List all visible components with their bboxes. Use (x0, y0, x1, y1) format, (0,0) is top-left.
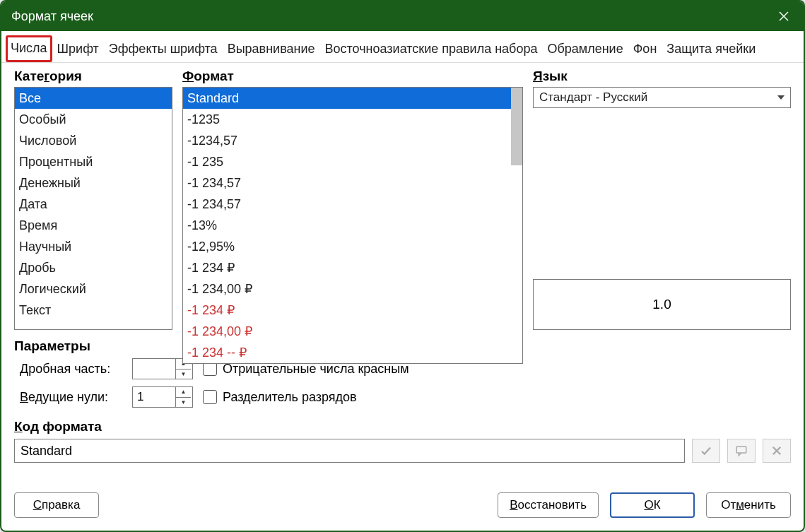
format-list[interactable]: Standard-1235-1234,57-1 235-1 234,57-1 2… (182, 87, 523, 364)
svg-rect-2 (736, 447, 746, 453)
negative-red-checkbox[interactable] (203, 362, 217, 376)
format-label: Формат (182, 69, 523, 84)
ok-button[interactable]: ОК (610, 492, 695, 518)
format-item[interactable]: -1 234 ₽ (183, 257, 522, 278)
help-button[interactable]: Справка (14, 492, 99, 518)
tab-bar: ЧислаШрифтЭффекты шрифтаВыравниваниеВост… (1, 31, 804, 63)
spinner-up-icon[interactable]: ▲ (176, 387, 191, 398)
chevron-down-icon (777, 95, 785, 100)
delete-format-button[interactable] (763, 439, 791, 463)
decimal-input[interactable] (133, 359, 175, 379)
format-code-input[interactable] (14, 439, 685, 463)
format-item[interactable]: -1 234,57 (183, 172, 522, 194)
language-label: Язык (533, 69, 791, 84)
format-item[interactable]: Standard (183, 88, 522, 109)
category-item[interactable]: Время (15, 215, 172, 236)
format-item[interactable]: -1234,57 (183, 130, 522, 151)
format-item[interactable]: -1 234,00 ₽ (183, 278, 522, 300)
leading-zeros-label: Ведущие нули: (20, 390, 122, 405)
tab-5[interactable]: Обрамление (542, 35, 628, 62)
category-item[interactable]: Логический (15, 278, 172, 300)
category-item[interactable]: Дата (15, 194, 172, 215)
tab-7[interactable]: Защита ячейки (662, 35, 760, 62)
tab-1[interactable]: Шрифт (52, 35, 104, 62)
tab-content: Категория ВсеОсобыйЧисловойПроцентныйДен… (1, 63, 804, 481)
restore-button[interactable]: Восстановить (498, 492, 599, 518)
category-item[interactable]: Процентный (15, 151, 172, 172)
leading-input[interactable] (133, 387, 175, 407)
category-item[interactable]: Особый (15, 109, 172, 130)
comment-format-button[interactable] (727, 439, 756, 463)
tab-4[interactable]: Восточноазиатские правила набора (320, 35, 543, 62)
tab-0[interactable]: Числа (6, 35, 52, 62)
decimal-label: Дробная часть: (20, 362, 122, 377)
preview-box: 1.0 (533, 279, 791, 330)
tab-3[interactable]: Выравнивание (223, 35, 320, 62)
cancel-button[interactable]: Отменить (706, 492, 791, 518)
language-value: Стандарт - Русский (539, 90, 647, 105)
format-item[interactable]: -1 234,00 ₽ (183, 321, 522, 342)
format-item[interactable]: -1 234,57 (183, 194, 522, 215)
category-item[interactable]: Числовой (15, 130, 172, 151)
dialog-footer: Справка Восстановить ОК Отменить (1, 481, 804, 531)
format-item[interactable]: -1 235 (183, 151, 522, 172)
thousands-sep-checkbox[interactable] (203, 390, 217, 404)
category-item[interactable]: Все (15, 88, 172, 109)
format-code-label: Код формата (14, 419, 791, 435)
category-list[interactable]: ВсеОсобыйЧисловойПроцентныйДенежныйДатаВ… (14, 87, 172, 330)
format-cells-dialog: Формат ячеек ЧислаШрифтЭффекты шрифтаВыр… (0, 0, 805, 532)
category-item[interactable]: Дробь (15, 257, 172, 278)
titlebar: Формат ячеек (1, 1, 804, 31)
category-item[interactable]: Научный (15, 236, 172, 257)
preview-value: 1.0 (652, 297, 671, 312)
spinner-down-icon[interactable]: ▼ (176, 398, 191, 408)
category-item[interactable]: Денежный (15, 172, 172, 194)
tab-2[interactable]: Эффекты шрифта (104, 35, 223, 62)
thousands-sep-label: Разделитель разрядов (223, 390, 357, 405)
scrollbar-thumb[interactable] (511, 88, 522, 165)
format-item[interactable]: -13% (183, 215, 522, 236)
format-item[interactable]: -1 234 -- ₽ (183, 342, 522, 363)
format-item[interactable]: -12,95% (183, 236, 522, 257)
dialog-title: Формат ячеек (11, 9, 774, 24)
category-item[interactable]: Текст (15, 300, 172, 321)
language-select[interactable]: Стандарт - Русский (533, 87, 791, 108)
category-label: Категория (14, 69, 172, 84)
close-icon[interactable] (774, 6, 794, 26)
apply-format-button[interactable] (692, 439, 720, 463)
format-item[interactable]: -1 234 ₽ (183, 300, 522, 321)
format-item[interactable]: -1235 (183, 109, 522, 130)
leading-spinner[interactable]: ▲▼ (132, 386, 193, 408)
spinner-down-icon[interactable]: ▼ (176, 370, 191, 379)
tab-6[interactable]: Фон (628, 35, 662, 62)
